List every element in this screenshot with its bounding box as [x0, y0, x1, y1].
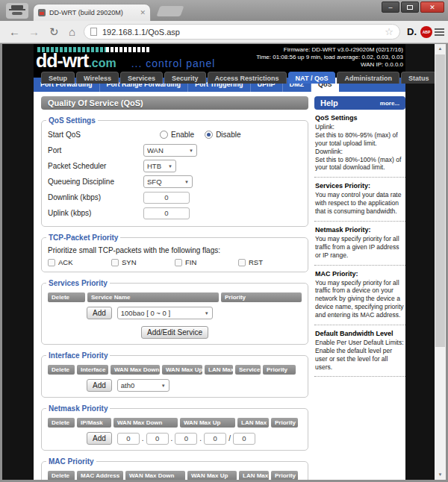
- ip-octet-1-input[interactable]: [117, 433, 140, 445]
- chevron-down-icon: ▼: [184, 180, 189, 184]
- scheduler-row: Packet Scheduler HTB ▼: [48, 158, 302, 174]
- interface-priority-section: Interface Priority Delete Interface WAN …: [41, 351, 308, 398]
- help-body: You may specify priority for all traffic…: [315, 235, 405, 260]
- reload-icon[interactable]: ↻: [49, 25, 59, 40]
- port-select[interactable]: WAN ▼: [143, 144, 197, 157]
- services-add-button[interactable]: Add: [87, 307, 112, 319]
- syn-checkbox[interactable]: [111, 259, 119, 266]
- flag-rst: RST: [238, 258, 302, 266]
- page-viewport: dd-wrt .com ... control panel Firmware: …: [2, 44, 446, 480]
- tab-wireless[interactable]: Wireless: [76, 72, 119, 84]
- url-bar[interactable]: 192.168.1.1/QoS.asp ☆: [84, 24, 400, 40]
- ack-label: ACK: [58, 258, 73, 266]
- port-select-value: WAN: [147, 146, 184, 154]
- page-scrollbar[interactable]: ▲ ▼: [435, 44, 446, 480]
- scroll-down-icon[interactable]: ▼: [435, 470, 446, 480]
- disable-radio[interactable]: [205, 131, 213, 139]
- home-icon[interactable]: ⌂: [69, 25, 75, 40]
- fin-checkbox[interactable]: [175, 259, 182, 266]
- downlink-input[interactable]: [143, 192, 190, 204]
- ack-checkbox[interactable]: [48, 259, 55, 266]
- service-select[interactable]: 100bao [ 0 ~ 0 ] ▼: [117, 307, 213, 319]
- scheduler-select[interactable]: HTB ▼: [143, 160, 176, 172]
- col-wan-max-down: WAN Max Down: [113, 418, 178, 428]
- new-tab-button[interactable]: [156, 6, 184, 16]
- extension-d-icon[interactable]: D.: [407, 26, 417, 37]
- ip-octet-4-input[interactable]: [204, 433, 226, 445]
- tcp-priority-description: Prioritize small TCP-packets with the fo…: [48, 246, 302, 254]
- slash-separator: /: [228, 434, 231, 442]
- help-header: Help more...: [314, 96, 405, 110]
- tab-access-restrictions[interactable]: Access Restrictions: [208, 72, 287, 84]
- col-wan-max-up: WAN Max Up: [162, 365, 202, 375]
- tcp-flags-row: ACK SYN FIN: [48, 258, 302, 266]
- enable-radio[interactable]: [160, 131, 168, 139]
- maximize-button[interactable]: [401, 1, 419, 13]
- interface-add-button[interactable]: Add: [87, 379, 112, 392]
- services-priority-section: Services Priority Delete Service Name Pr…: [41, 279, 308, 345]
- tab-administration[interactable]: Administration: [337, 72, 399, 84]
- flag-fin: FIN: [175, 258, 238, 266]
- url-text[interactable]: 192.168.1.1/QoS.asp: [102, 28, 385, 37]
- site-header: dd-wrt .com ... control panel Firmware: …: [34, 44, 405, 78]
- help-heading: QoS Settings: [315, 114, 405, 122]
- ddwrt-site: dd-wrt .com ... control panel Firmware: …: [34, 44, 405, 480]
- services-priority-legend: Services Priority: [46, 279, 110, 287]
- tab-nat-qos[interactable]: NAT / QoS: [288, 72, 336, 84]
- uplink-input[interactable]: [143, 207, 190, 219]
- rst-checkbox[interactable]: [238, 259, 246, 266]
- help-column: Help more... QoS Settings Uplink: Set th…: [314, 96, 405, 480]
- add-edit-row: Add/Edit Service: [48, 325, 302, 339]
- col-delete: Delete: [48, 418, 75, 428]
- ip-octet-2-input[interactable]: [146, 433, 169, 445]
- forward-icon[interactable]: →: [28, 25, 40, 40]
- interface-table-header: Delete Interface WAN Max Down WAN Max Up…: [48, 365, 302, 375]
- incognito-glasses: [12, 12, 22, 15]
- close-button[interactable]: ✕: [420, 1, 444, 13]
- port-row: Port WAN ▼: [48, 143, 302, 158]
- col-wan-max-up: WAN Max Up: [187, 471, 237, 480]
- browser-tab[interactable]: DD-WRT (build 29020M) ✕: [33, 4, 151, 21]
- interface-select[interactable]: ath0 ▼: [117, 379, 169, 392]
- col-wan-max-down: WAN Max Down: [111, 365, 160, 375]
- page-icon: [90, 28, 97, 36]
- adblock-icon[interactable]: ABP: [420, 26, 432, 38]
- tab-setup[interactable]: Setup: [41, 72, 75, 84]
- firmware-info: Firmware: DD-WRT v3.0-r29020M (02/17/16)…: [256, 46, 403, 69]
- tab-close-icon[interactable]: ✕: [140, 9, 146, 16]
- flag-ack: ACK: [48, 258, 111, 266]
- ip-octet-3-input[interactable]: [175, 433, 197, 445]
- queue-select[interactable]: SFQ ▼: [143, 175, 193, 188]
- tab-favicon-icon: [38, 9, 46, 16]
- chevron-down-icon: ▼: [189, 148, 193, 153]
- chevron-down-icon: ▼: [161, 384, 166, 388]
- scheduler-label: Packet Scheduler: [48, 162, 143, 170]
- col-wan-max-up: WAN Max Up: [180, 418, 235, 428]
- menu-icon[interactable]: [435, 28, 444, 37]
- tab-security[interactable]: Security: [164, 72, 206, 84]
- back-icon[interactable]: ←: [9, 25, 20, 40]
- col-priority: Priority: [271, 418, 298, 428]
- tab-services[interactable]: Services: [120, 72, 163, 84]
- bookmark-star-icon[interactable]: ☆: [385, 26, 393, 37]
- col-service-name: Service Name: [87, 292, 219, 302]
- qos-settings-section: QoS Settings Start QoS Enable Disable Po…: [41, 116, 308, 227]
- col-interface: Interface: [77, 365, 108, 375]
- interface-add-row: Add ath0 ▼: [87, 379, 302, 392]
- mask-input[interactable]: [233, 433, 255, 445]
- netmask-add-button[interactable]: Add: [87, 432, 112, 445]
- netmask-priority-legend: Netmask Priority: [46, 404, 110, 413]
- page-title: Quality Of Service (QoS): [41, 96, 308, 110]
- tab-status[interactable]: Status: [401, 72, 437, 84]
- logo-tagline: ... control panel: [131, 57, 216, 69]
- minimize-button[interactable]: –: [382, 1, 399, 13]
- help-more-link[interactable]: more...: [380, 100, 399, 107]
- scrollbar-thumb[interactable]: [435, 54, 445, 347]
- browser-titlebar: DD-WRT (build 29020M) ✕ – ✕: [0, 0, 448, 21]
- add-edit-service-button[interactable]: Add/Edit Service: [141, 326, 208, 339]
- col-ip-mask: IP/Mask: [77, 418, 111, 428]
- interface-select-value: ath0: [121, 381, 157, 389]
- downlink-row: Downlink (kbps): [48, 190, 302, 205]
- scroll-up-icon[interactable]: ▲: [435, 44, 446, 54]
- col-delete: Delete: [48, 292, 85, 302]
